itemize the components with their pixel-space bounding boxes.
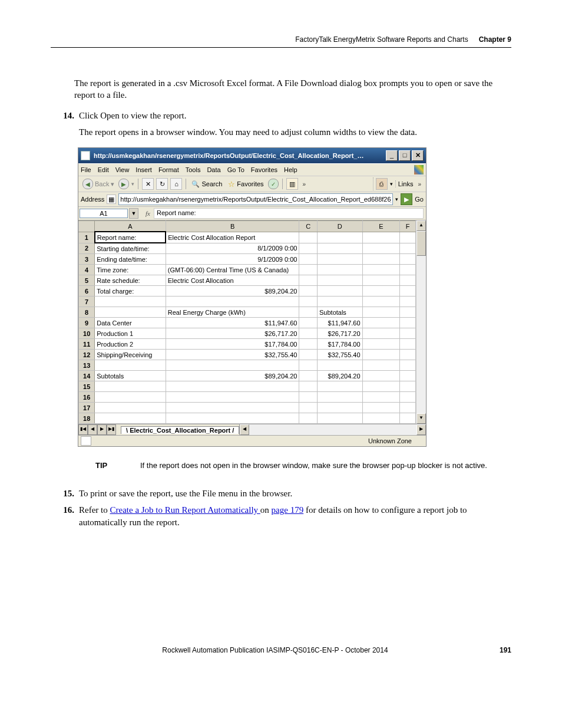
sheet-tab[interactable]: \ Electric_Cost_Allocation_Report / <box>121 426 239 434</box>
name-box-dropdown[interactable]: ▼ <box>129 208 138 219</box>
overflow-icon[interactable]: » <box>415 181 424 187</box>
cell[interactable]: Electric Cost Allocation <box>166 275 299 286</box>
cell[interactable] <box>299 413 318 424</box>
home-button[interactable]: ⌂ <box>170 178 182 190</box>
row-header[interactable]: 12 <box>79 350 95 360</box>
scroll-right-button[interactable]: ▶ <box>416 424 426 435</box>
cell[interactable] <box>318 360 363 371</box>
cell[interactable] <box>318 403 363 413</box>
cell[interactable]: Subtotals <box>318 307 363 318</box>
cell[interactable]: 9/1/2009 0:00 <box>166 254 299 265</box>
links-label[interactable]: Links <box>395 180 414 187</box>
forward-button[interactable]: ▶ <box>118 179 129 189</box>
cell[interactable] <box>299 392 318 403</box>
cell[interactable] <box>400 328 416 339</box>
row-header[interactable]: 8 <box>79 307 95 318</box>
cell[interactable] <box>362 275 400 286</box>
cell[interactable]: $11,947.60 <box>318 318 363 328</box>
cell[interactable] <box>400 297 416 307</box>
maximize-button[interactable]: □ <box>399 150 411 161</box>
next-sheet-button[interactable]: ▶ <box>97 424 107 435</box>
scroll-thumb[interactable] <box>416 231 426 256</box>
cell[interactable] <box>362 403 400 413</box>
cell[interactable] <box>400 360 416 371</box>
cell[interactable] <box>166 403 299 413</box>
cell[interactable] <box>400 254 416 265</box>
cell[interactable] <box>318 232 363 243</box>
cell[interactable] <box>362 286 400 297</box>
row-header[interactable]: 6 <box>79 286 95 297</box>
cell[interactable]: $89,204.20 <box>166 286 299 297</box>
cell[interactable]: $17,784.00 <box>318 339 363 350</box>
cell[interactable]: 8/1/2009 0:00 <box>166 243 299 254</box>
row-header[interactable]: 4 <box>79 265 95 275</box>
cell[interactable] <box>400 307 416 318</box>
row-header[interactable]: 16 <box>79 392 95 403</box>
horizontal-scrollbar[interactable]: ◀ ▶ <box>240 424 426 435</box>
menu-format[interactable]: Format <box>158 166 179 173</box>
cell[interactable]: Ending date/time: <box>95 254 166 265</box>
cell[interactable] <box>166 297 299 307</box>
col-header[interactable]: F <box>400 221 416 232</box>
refresh-button[interactable]: ↻ <box>156 178 168 190</box>
cell[interactable] <box>362 318 400 328</box>
cell[interactable]: Starting date/time: <box>95 243 166 254</box>
menu-insert[interactable]: Insert <box>135 166 152 173</box>
vertical-scrollbar[interactable]: ▲ ▼ <box>416 220 426 424</box>
cell[interactable] <box>318 275 363 286</box>
cell[interactable] <box>400 350 416 360</box>
first-sheet-button[interactable]: ▮◀ <box>78 424 88 435</box>
cell[interactable] <box>362 413 400 424</box>
cell[interactable] <box>400 232 416 243</box>
cell[interactable]: Real Energy Charge (kWh) <box>166 307 299 318</box>
cell[interactable] <box>299 360 318 371</box>
cell[interactable] <box>318 381 363 392</box>
menu-view[interactable]: View <box>115 166 130 173</box>
cell[interactable]: Subtotals <box>95 371 166 381</box>
stop-button[interactable]: ✕ <box>142 178 154 190</box>
menu-goto[interactable]: Go To <box>227 166 244 173</box>
cell[interactable] <box>318 297 363 307</box>
scroll-down-button[interactable]: ▼ <box>416 413 426 424</box>
cell[interactable]: Electric Cost Allocation Report <box>166 232 299 243</box>
select-all-corner[interactable] <box>79 221 95 232</box>
cell[interactable] <box>299 403 318 413</box>
cell[interactable] <box>400 413 416 424</box>
cell[interactable] <box>400 275 416 286</box>
cell[interactable]: $26,717.20 <box>318 328 363 339</box>
go-button[interactable]: ▶ <box>401 193 412 205</box>
cell[interactable] <box>95 297 166 307</box>
cell[interactable] <box>362 350 400 360</box>
row-header[interactable]: 1 <box>79 232 95 243</box>
menu-tools[interactable]: Tools <box>186 166 201 173</box>
cell[interactable]: Total charge: <box>95 286 166 297</box>
scroll-up-button[interactable]: ▲ <box>416 220 426 231</box>
prev-sheet-button[interactable]: ◀ <box>88 424 97 435</box>
cell[interactable] <box>318 286 363 297</box>
cell[interactable] <box>362 328 400 339</box>
spreadsheet-grid[interactable]: A B C D E F 1Report name:Electric Cost A… <box>78 220 416 424</box>
row-header[interactable]: 15 <box>79 381 95 392</box>
close-button[interactable]: ✕ <box>412 150 424 161</box>
cell[interactable] <box>400 392 416 403</box>
col-header[interactable]: D <box>318 221 363 232</box>
dropdown-icon[interactable]: ▾ <box>395 196 398 202</box>
cell[interactable] <box>362 265 400 275</box>
cell[interactable] <box>400 318 416 328</box>
cell[interactable] <box>166 413 299 424</box>
name-box[interactable]: A1 <box>80 209 128 218</box>
menu-file[interactable]: File <box>81 166 91 173</box>
cell[interactable] <box>95 392 166 403</box>
cell[interactable]: $11,947.60 <box>166 318 299 328</box>
cell[interactable] <box>362 254 400 265</box>
cell[interactable] <box>400 243 416 254</box>
minimize-button[interactable]: _ <box>386 150 398 161</box>
row-header[interactable]: 14 <box>79 371 95 381</box>
cell[interactable] <box>362 232 400 243</box>
row-header[interactable]: 17 <box>79 403 95 413</box>
row-header[interactable]: 5 <box>79 275 95 286</box>
col-header[interactable]: A <box>95 221 166 232</box>
cell[interactable] <box>95 360 166 371</box>
address-input[interactable] <box>118 193 393 205</box>
cell[interactable] <box>400 371 416 381</box>
